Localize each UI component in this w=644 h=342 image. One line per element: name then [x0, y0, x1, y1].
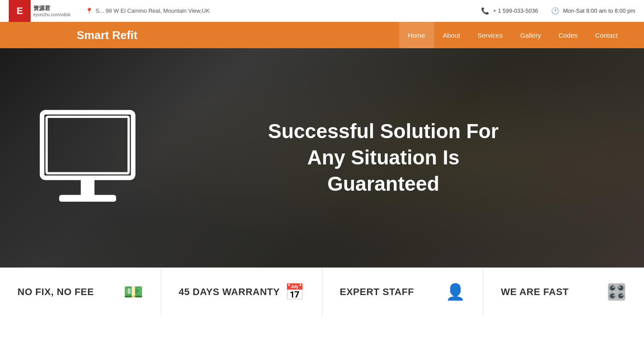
nav-brand: Smart Refit — [72, 28, 138, 42]
nav-services[interactable]: Services — [469, 22, 512, 48]
phone-item: 📞 + 1 599-033-5036 — [481, 7, 538, 15]
logo-subtitle: eyunzhu.com/vdisk — [33, 12, 71, 17]
nav-home[interactable]: Home — [399, 22, 434, 48]
svg-rect-0 — [42, 112, 133, 178]
feature-expert-label: EXPERT STAFF — [340, 286, 414, 298]
feature-no-fix: NO FIX, NO FEE 💵 — [0, 268, 161, 316]
contact-info: 📞 + 1 599-033-5036 🕐 Mon-Sat 8:00 am to … — [481, 7, 635, 15]
phone-text: + 1 599-033-5036 — [493, 7, 538, 14]
location-icon: 📍 — [85, 7, 93, 14]
svg-rect-2 — [81, 178, 94, 196]
feature-fast: WE ARE FAST 🎛️ — [483, 268, 644, 316]
svg-rect-3 — [59, 195, 116, 202]
nav-contact[interactable]: Contact — [586, 22, 626, 48]
clock-icon: 🕐 — [551, 7, 559, 15]
feature-fast-label: WE ARE FAST — [501, 286, 569, 298]
address-text: S... 98 W El Camino Real, Mountain View,… — [96, 7, 210, 14]
feature-warranty-label: 45 DAYS WARRANTY — [179, 286, 280, 298]
hours-text: Mon-Sat 8:00 am to 8:00 pm — [563, 7, 635, 14]
hero-content: Successful Solution For Any Situation Is… — [0, 48, 644, 267]
feature-expert: EXPERT STAFF 👤 — [322, 268, 484, 316]
feature-warranty: 45 DAYS WARRANTY 📅 — [161, 268, 322, 316]
feature-bar: NO FIX, NO FEE 💵 45 DAYS WARRANTY 📅 EXPE… — [0, 267, 644, 316]
feature-warranty-icon: 📅 — [285, 283, 304, 301]
hero-heading: Successful Solution For Any Situation Is… — [184, 118, 583, 197]
logo-area: E 资源君 eyunzhu.com/vdisk — [9, 0, 81, 22]
nav-bar: Smart Refit Home About Services Gallery … — [0, 22, 644, 48]
hours-item: 🕐 Mon-Sat 8:00 am to 8:00 pm — [551, 7, 635, 15]
hero-heading-line3: Guaranteed — [327, 172, 439, 195]
phone-icon: 📞 — [481, 7, 489, 15]
address-area: 📍 S... 98 W El Camino Real, Mountain Vie… — [85, 7, 210, 14]
monitor-svg — [31, 101, 145, 215]
nav-gallery[interactable]: Gallery — [511, 22, 550, 48]
nav-codes[interactable]: Codes — [550, 22, 586, 48]
top-bar: E 资源君 eyunzhu.com/vdisk 📍 S... 98 W El C… — [0, 0, 644, 22]
hero-heading-line1: Successful Solution For — [268, 120, 499, 142]
logo-title: 资源君 — [33, 4, 71, 12]
logo-text-area: 资源君 eyunzhu.com/vdisk — [33, 4, 71, 17]
hero-section: Successful Solution For Any Situation Is… — [0, 48, 644, 267]
feature-expert-icon: 👤 — [446, 283, 465, 301]
svg-rect-1 — [46, 117, 128, 173]
hero-heading-line2: Any Situation Is — [307, 146, 460, 169]
nav-links: Home About Services Gallery Codes Contac… — [399, 22, 626, 48]
feature-no-fix-label: NO FIX, NO FEE — [18, 286, 94, 298]
nav-about[interactable]: About — [434, 22, 469, 48]
feature-no-fix-icon: 💵 — [124, 283, 143, 301]
monitor-icon-area — [26, 101, 149, 215]
hero-text: Successful Solution For Any Situation Is… — [149, 118, 618, 197]
logo-box: E — [9, 0, 31, 22]
logo-letter: E — [17, 5, 23, 17]
feature-fast-icon: 🎛️ — [607, 283, 626, 301]
